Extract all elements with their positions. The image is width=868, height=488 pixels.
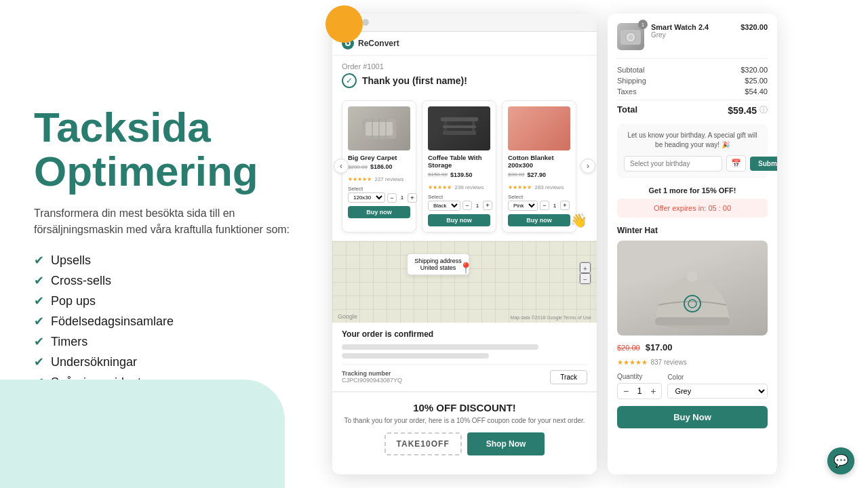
google-brand: Google: [338, 313, 357, 320]
stars-1: ★★★★★: [428, 184, 452, 190]
hat-stars-icon: ★★★★★: [617, 359, 648, 366]
map-zoom-controls: + −: [579, 262, 591, 285]
zoom-out-button[interactable]: −: [580, 273, 591, 284]
qty-row: − 1 +: [617, 383, 662, 399]
grand-total-row: Total $59.45 ⓘ: [617, 100, 768, 116]
birthday-section: Let us know your birthday. A special gif…: [617, 124, 768, 178]
winter-hat-section: Winter Hat $20.00 $17.00: [617, 226, 768, 428]
left-panel: Tacksida Optimering Transformera din mes…: [0, 0, 326, 488]
check-circle-icon: ✓: [342, 73, 357, 88]
qty-plus-0[interactable]: +: [408, 193, 417, 203]
color-section-label: Color: [667, 373, 768, 381]
reviews-1: 239 reviews: [454, 184, 484, 190]
hat-new-price: $17.00: [646, 342, 673, 352]
line-decoration-2: [342, 353, 489, 359]
qty-minus-2[interactable]: −: [540, 201, 549, 210]
list-item: ✔Pop ups: [34, 293, 298, 308]
check-icon: ✔: [34, 273, 44, 288]
chat-button[interactable]: 💬: [827, 447, 854, 474]
color-select-2[interactable]: Pink: [508, 201, 538, 211]
select-label-0: Select: [348, 186, 410, 192]
select-row-0: 120x30 − 1 +: [348, 192, 410, 203]
browser-bar: [332, 14, 597, 32]
qty-ctrl-0: − 1 +: [387, 193, 417, 203]
svg-rect-8: [443, 125, 476, 128]
select-label-1: Select: [428, 194, 490, 200]
grand-total-label: Total: [617, 104, 637, 116]
carousel-next-button[interactable]: ›: [580, 159, 595, 174]
map-section: Shipping address United states 📍 + − Goo…: [332, 241, 597, 323]
hat-color-select[interactable]: Grey: [667, 384, 768, 399]
qty-minus-1[interactable]: −: [462, 201, 472, 210]
features-list: ✔Upsells ✔Cross-sells ✔Pop ups ✔Födelsed…: [34, 253, 298, 390]
calendar-button[interactable]: 📅: [726, 155, 746, 171]
map-pin-icon: 📍: [459, 262, 473, 274]
hat-old-price: $20.00: [617, 344, 640, 352]
hat-reviews: 837 reviews: [650, 359, 686, 366]
order-totals: Subtotal $320.00 Shipping $25.00 Taxes $…: [617, 58, 768, 116]
qty-ctrl-2: − 1 +: [540, 201, 570, 210]
order-section: Order #1001 ✓ Thank you (first name)!: [332, 56, 597, 92]
price-old-2: $30.00: [508, 171, 524, 178]
hat-title: Winter Hat: [617, 226, 768, 235]
discount-section: 10% OFF DISCOUNT! To thank you for your …: [332, 392, 597, 465]
price-new-2: $27.90: [527, 171, 546, 178]
hat-buy-button[interactable]: Buy Now: [617, 406, 768, 428]
color-select-1[interactable]: Black: [428, 201, 460, 211]
list-item: ✔Undersökningar: [34, 354, 298, 369]
expires-bar: Offer expires in: 05 : 00: [617, 199, 768, 218]
browser-dot-3: [362, 19, 369, 26]
right-panel: ReConvert Order #1001 ✓ Thank you (first…: [326, 0, 868, 488]
buy-now-button-1[interactable]: Buy now: [428, 214, 490, 226]
discount-desc: To thank you for your order, here is a 1…: [342, 416, 587, 426]
hat-qty-plus[interactable]: +: [649, 386, 657, 396]
reviews-0: 227 reviews: [374, 176, 403, 182]
shop-now-button[interactable]: Shop Now: [467, 432, 545, 455]
reviews-2: 283 reviews: [534, 184, 564, 190]
buy-now-button-0[interactable]: Buy now: [348, 206, 410, 218]
product-card-carpet: Big Grey Carpet $200.00 $186.00 ★★★★★ 22…: [342, 100, 416, 232]
taxes-value: $54.40: [745, 87, 768, 96]
stars-0: ★★★★★: [348, 176, 372, 182]
hat-price-row: $20.00 $17.00: [617, 342, 768, 352]
check-icon: ✔: [34, 253, 44, 268]
stars-2: ★★★★★: [508, 184, 532, 190]
carousel-prev-button[interactable]: ‹: [334, 159, 349, 174]
svg-point-12: [628, 35, 633, 40]
coupon-code: TAKE10OFF: [384, 432, 462, 455]
check-icon: ✔: [34, 314, 44, 329]
qty-minus-0[interactable]: −: [387, 193, 397, 203]
coupon-row: TAKE10OFF Shop Now: [342, 432, 587, 455]
birthday-input[interactable]: [624, 156, 722, 171]
offer-section: Get 1 more for 15% OFF! Offer expires in…: [617, 186, 768, 218]
tracking-info: Tracking number CJPCI9090943087YQ: [342, 370, 402, 384]
product-name-2: Cotton Blanket 200x300: [508, 154, 570, 169]
zoom-in-button[interactable]: +: [580, 262, 591, 273]
reconvert-header: ReConvert: [332, 32, 597, 56]
order-confirmed-section: Your order is confirmed Tracking number …: [332, 323, 597, 392]
qty-plus-2[interactable]: +: [560, 201, 570, 210]
orange-decoration: [326, 5, 363, 43]
taxes-row: Taxes $54.40: [617, 87, 768, 96]
price-old-0: $200.00: [348, 164, 368, 170]
product-prices-1: $150.00 $139.50: [428, 171, 490, 178]
check-icon: ✔: [34, 334, 44, 349]
product-name-1: Coffee Table With Storage: [428, 154, 490, 169]
browser-mockup: ReConvert Order #1001 ✓ Thank you (first…: [332, 14, 597, 474]
info-icon: ⓘ: [760, 104, 768, 116]
hat-image: [617, 241, 768, 336]
size-select-0[interactable]: 120x30: [348, 192, 385, 203]
buy-now-button-2[interactable]: Buy now: [508, 214, 570, 226]
product-name-0: Big Grey Carpet: [348, 154, 410, 161]
hat-qty-value: 1: [634, 386, 645, 396]
qty-plus-1[interactable]: +: [483, 201, 492, 210]
track-button[interactable]: Track: [550, 370, 587, 384]
order-number: Order #1001: [342, 62, 587, 70]
subtotal-row: Subtotal $320.00: [617, 66, 768, 74]
tracking-code: CJPCI9090943087YQ: [342, 377, 402, 384]
hat-qty-minus[interactable]: −: [622, 386, 630, 396]
color-section: Color Grey: [667, 373, 768, 399]
submit-button[interactable]: Submit: [750, 157, 777, 171]
map-data-credit: Map data ©2018 Google Terms of Use: [511, 315, 591, 320]
list-item: ✔Födelsedagsinsamlare: [34, 314, 298, 329]
